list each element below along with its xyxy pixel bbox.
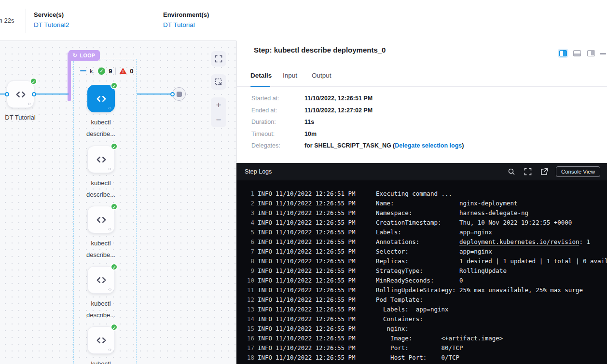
log-line: 9INFO11/10/2022 12:26:55 PMStrategyType:… (236, 266, 607, 275)
layout-bottom-view-button[interactable] (573, 50, 581, 56)
open-in-new-tab-icon[interactable] (540, 168, 548, 175)
log-line-number: 4 (244, 219, 254, 226)
loop-icon: ↻ (72, 53, 78, 58)
code-icon (95, 93, 108, 105)
success-check-icon: ✓ (110, 82, 118, 89)
code-icon (95, 214, 108, 226)
expand-logs-icon[interactable] (524, 168, 532, 175)
log-level: INFO (258, 344, 273, 351)
log-level: INFO (258, 248, 273, 255)
code-icon (14, 88, 27, 101)
log-timestamp: 11/10/2022 12:26:55 PM (276, 229, 356, 236)
pipeline-graph-canvas[interactable]: ↻ LOOP ✓ DT Tutorial k. ✓ 9 ! 0 (0, 41, 236, 364)
node-label: kubectldescribe... (69, 117, 132, 140)
shell-script-step-icon (107, 227, 112, 231)
success-check-icon: ✓ (110, 324, 118, 331)
code-icon (95, 274, 108, 286)
collapse-group-button[interactable] (80, 70, 86, 72)
log-timestamp: 11/10/2022 12:26:55 PM (276, 209, 356, 216)
zoom-in-button[interactable]: + (211, 97, 226, 112)
log-line: 13INFO11/10/2022 12:26:55 PM Labels: app… (236, 304, 607, 314)
success-check-icon: ✓ (110, 143, 118, 150)
node-label: kubectldescribe... (69, 238, 132, 261)
log-message: Port: 80/TCP (376, 344, 463, 351)
service-link[interactable]: DT Tutorial2 (34, 21, 69, 28)
log-timestamp: 11/10/2022 12:26:55 PM (276, 257, 356, 265)
edge-connector-dot (170, 92, 175, 96)
log-line: 11INFO11/10/2022 12:26:55 PMRollingUpdat… (236, 285, 607, 295)
success-count: 9 (109, 67, 112, 75)
log-message: Replicas: 1 desired | 1 updated | 1 tota… (376, 257, 607, 265)
log-line-number: 7 (244, 248, 254, 255)
log-level: INFO (258, 229, 273, 236)
detail-value: 10m (304, 131, 317, 138)
pipeline-node-dt-tutorial[interactable]: ✓ (7, 81, 34, 108)
layout-right-view-button[interactable] (587, 50, 595, 56)
log-level: INFO (258, 257, 273, 265)
log-line: 18INFO11/10/2022 12:26:55 PM Host Port: … (236, 352, 607, 362)
tab-output[interactable]: Output (312, 72, 331, 79)
log-line-number: 15 (244, 325, 254, 332)
log-timestamp: 11/10/2022 12:26:55 PM (276, 277, 356, 284)
search-logs-icon[interactable] (508, 168, 515, 175)
delegate-selection-logs-link[interactable]: Delegate selection logs (395, 142, 462, 149)
pipeline-node-kubectl-describe[interactable]: ✓ (87, 85, 115, 112)
log-level: INFO (258, 335, 273, 342)
log-timestamp: 11/10/2022 12:26:55 PM (276, 335, 356, 342)
pipeline-node-kubectl-describe[interactable]: ✓ (87, 146, 115, 173)
success-check-icon: ✓ (30, 78, 37, 85)
log-line: 1INFO11/10/2022 12:26:51 PMExecuting com… (236, 189, 607, 198)
log-message: Host Port: 0/TCP (376, 354, 459, 361)
log-timestamp: 11/10/2022 12:26:55 PM (276, 354, 356, 361)
fullscreen-icon (215, 55, 222, 63)
log-timestamp: 11/10/2022 12:26:55 PM (276, 296, 356, 303)
log-timestamp: 11/10/2022 12:26:55 PM (276, 219, 356, 226)
log-line-number: 6 (244, 238, 254, 245)
log-timestamp: 11/10/2022 12:26:55 PM (276, 267, 356, 274)
zoom-out-button[interactable]: − (211, 112, 226, 127)
log-timestamp: 11/10/2022 12:26:51 PM (276, 190, 356, 197)
log-line-number: 16 (244, 335, 254, 342)
pipeline-node-kubectl-describe[interactable]: ✓ (87, 206, 115, 233)
step-details-panel: Step: kubectl describe deployments_0 Det… (236, 41, 607, 163)
canvas-fullscreen-button[interactable] (211, 51, 226, 67)
pipeline-node-kubectl-describe[interactable]: ✓ (87, 266, 115, 294)
pipeline-node-kubectl-describe[interactable]: ✓ (87, 326, 115, 354)
step-logs-header: Step Logs Console View (236, 163, 607, 180)
log-message: Namespace: harness-delegate-ng (376, 209, 528, 216)
log-line: 16INFO11/10/2022 12:26:55 PM Image: <+ar… (236, 333, 607, 343)
zoom-controls: + − (211, 97, 226, 127)
top-bar-divider (26, 9, 26, 33)
log-line: 7INFO11/10/2022 12:26:55 PMSelector: app… (236, 246, 607, 256)
node-label: kubectldescribe... (69, 298, 132, 321)
pipeline-execution-screen: m 22s Service(s) DT Tutorial2 Environmen… (0, 0, 607, 364)
tab-input[interactable]: Input (283, 72, 297, 79)
log-line-number: 13 (244, 306, 254, 313)
shell-script-step-icon (27, 102, 32, 106)
detail-label: Timeout: (251, 131, 304, 138)
success-check-icon: ✓ (110, 263, 118, 270)
layout-split-view-button[interactable] (559, 50, 567, 56)
canvas-marquee-select-button[interactable] (211, 74, 226, 90)
log-level: INFO (258, 200, 273, 207)
detail-value: 11s (304, 119, 314, 126)
loop-badge[interactable]: ↻ LOOP (69, 50, 100, 61)
log-line: 2INFO11/10/2022 12:26:55 PMName: nginx-d… (236, 198, 607, 208)
loop-badge-label: LOOP (80, 53, 96, 58)
log-message: Selector: app=nginx (376, 248, 492, 255)
environment-link[interactable]: DT Tutorial (163, 21, 195, 28)
log-link[interactable]: deployment.kubernetes.io/revision (459, 238, 579, 245)
log-line-number: 1 (244, 190, 254, 197)
tab-details[interactable]: Details (250, 72, 272, 79)
shell-script-step-icon (107, 348, 112, 352)
log-line-number: 8 (244, 257, 254, 265)
log-timestamp: 11/10/2022 12:26:55 PM (276, 344, 356, 351)
log-line-number: 14 (244, 315, 254, 323)
log-line-number: 12 (244, 296, 254, 303)
log-line: 14INFO11/10/2022 12:26:55 PM Containers: (236, 314, 607, 324)
minimize-panel-button[interactable] (600, 53, 606, 54)
log-message: MinReadySeconds: 0 (376, 277, 463, 284)
detail-row: Started at:11/10/2022, 12:26:51 PM (251, 95, 464, 102)
console-view-button[interactable]: Console View (556, 166, 600, 177)
log-line: 10INFO11/10/2022 12:26:55 PMMinReadySeco… (236, 275, 607, 285)
